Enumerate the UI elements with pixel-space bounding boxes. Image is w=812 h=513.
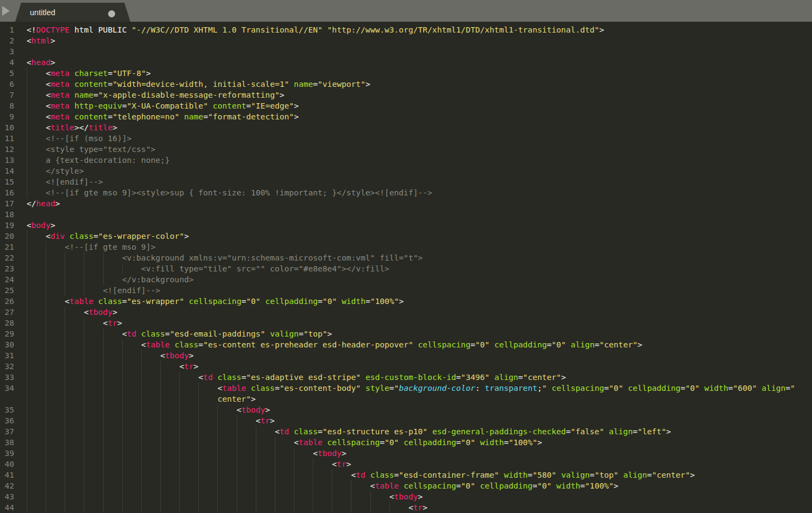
- code-line[interactable]: 2<html>: [0, 35, 812, 46]
- code-token-t: DOCTYPE: [36, 25, 70, 34]
- code-token-w: =: [93, 90, 98, 99]
- code-line[interactable]: 13a {text-decoration: none;}: [0, 155, 812, 166]
- code-line[interactable]: 12<style type="text/css">: [0, 144, 812, 155]
- code-token-w: [489, 372, 494, 382]
- code-token-t: table: [222, 383, 246, 392]
- code-line[interactable]: 1<!DOCTYPE html PUBLIC "-//W3C//DTD XHTM…: [0, 24, 812, 35]
- code-token-a: content: [213, 101, 247, 110]
- code-line[interactable]: 11<!--[if (mso 16)]>: [0, 133, 812, 144]
- code-line[interactable]: 34<table class="es-content-body" style="…: [0, 383, 812, 394]
- code-token-s: "X-UA-Compatible": [127, 101, 208, 110]
- code-line[interactable]: 28<tr>: [0, 318, 812, 328]
- code-editor-area[interactable]: 1<!DOCTYPE html PUBLIC "-//W3C//DTD XHTM…: [0, 22, 812, 513]
- code-line[interactable]: 17</head>: [0, 198, 812, 209]
- code-token-w: [361, 372, 366, 382]
- code-token-s: "width=device-width, initial-scale=1": [112, 79, 289, 88]
- code-line[interactable]: 4<head>: [0, 57, 812, 68]
- code-line[interactable]: 22<v:background xmlns:v="urn:schemas-mic…: [0, 252, 812, 263]
- code-line[interactable]: 39<tbody>: [0, 448, 812, 459]
- code-line[interactable]: 27<tbody>: [0, 307, 812, 318]
- code-line[interactable]: 44<tr>: [0, 502, 812, 513]
- code-token-p: >: [537, 438, 542, 447]
- code-token-s: "es-content-body": [280, 383, 361, 392]
- code-text: <html>: [27, 35, 55, 46]
- line-number: 13: [0, 155, 14, 166]
- code-token-a: cellpadding: [480, 481, 533, 490]
- code-line[interactable]: 16<!--[if gte mso 9]><style>sup { font-s…: [0, 187, 812, 198]
- code-line[interactable]: 41<td class="esd-container-frame" width=…: [0, 470, 812, 480]
- code-token-c: <!--[if gte mso 9]><style>sup { font-siz…: [46, 188, 432, 197]
- line-number: 43: [0, 491, 14, 502]
- code-token-w: =: [389, 383, 394, 392]
- code-token-w: [556, 470, 561, 479]
- code-line[interactable]: 5<meta charset="UTF-8">: [0, 68, 812, 79]
- code-token-a: width: [556, 481, 580, 490]
- code-token-w: =: [275, 383, 280, 392]
- code-line[interactable]: 38<table cellspacing="0" cellpadding="0"…: [0, 437, 812, 448]
- indent-guides: [27, 187, 46, 198]
- code-line[interactable]: 10<title></title>: [0, 122, 812, 133]
- code-token-a: style: [366, 383, 389, 392]
- code-text: <tbody>: [389, 491, 423, 502]
- code-line[interactable]: 26<table class="es-wrapper" cellspacing=…: [0, 296, 812, 307]
- code-line-wrapped-continuation[interactable]: center">: [0, 394, 812, 404]
- code-line[interactable]: 30<table class="es-content es-preheader …: [0, 339, 812, 350]
- code-line[interactable]: 9<meta content="telephone=no" name="form…: [0, 111, 812, 122]
- code-text: <table class="es-content-body" style="ba…: [217, 383, 795, 394]
- code-token-w: =: [313, 79, 318, 88]
- code-token-a: cellpadding: [265, 296, 318, 306]
- code-line[interactable]: 35<tbody>: [0, 404, 812, 415]
- code-line[interactable]: 19<body>: [0, 220, 812, 231]
- code-text: <meta name="x-apple-disable-message-refo…: [46, 90, 284, 100]
- code-line[interactable]: 24</v:background>: [0, 274, 812, 285]
- code-line[interactable]: 42<table cellspacing="0" cellpadding="0"…: [0, 480, 812, 491]
- code-line[interactable]: 18: [0, 209, 812, 220]
- code-line[interactable]: 21<!--[if gte mso 9]>: [0, 242, 812, 252]
- code-line[interactable]: 14</style>: [0, 166, 812, 176]
- code-token-p: >: [146, 68, 151, 78]
- code-token-p: <: [46, 79, 51, 88]
- indent-guides: [27, 383, 217, 394]
- code-line[interactable]: 8<meta http-equiv="X-UA-Compatible" cont…: [0, 100, 812, 111]
- code-line[interactable]: 3: [0, 46, 812, 57]
- code-text: <meta http-equiv="X-UA-Compatible" conte…: [46, 100, 299, 111]
- code-token-s: "IE=edge": [251, 101, 294, 110]
- code-line[interactable]: 31<tbody>: [0, 350, 812, 361]
- code-token-t: body: [32, 220, 51, 230]
- code-token-t: meta: [51, 79, 70, 88]
- code-line[interactable]: 43<tbody>: [0, 491, 812, 502]
- code-line[interactable]: 37<td class="esd-structure es-p10" esd-g…: [0, 426, 812, 437]
- code-token-w: [361, 383, 366, 392]
- code-line[interactable]: 32<tr>: [0, 361, 812, 372]
- code-token-t: meta: [51, 101, 70, 110]
- code-token-w: [70, 68, 74, 78]
- code-token-p: <: [46, 101, 51, 110]
- code-line[interactable]: 29<td class="esd-email-paddings" valign=…: [0, 328, 812, 339]
- indent-guides: [27, 111, 46, 122]
- tab-modified-dot-icon[interactable]: [108, 10, 115, 17]
- line-number: 23: [0, 263, 14, 274]
- tab-bar: untitled: [0, 0, 812, 22]
- code-line[interactable]: 33<td class="es-adaptive esd-stripe" esd…: [0, 372, 812, 383]
- code-line[interactable]: 6<meta content="width=device-width, init…: [0, 79, 812, 90]
- code-line[interactable]: 7<meta name="x-apple-disable-message-ref…: [0, 90, 812, 100]
- code-line[interactable]: 15<![endif]-->: [0, 176, 812, 187]
- code-line[interactable]: 20<div class="es-wrapper-color">: [0, 231, 812, 242]
- code-token-s: "left": [638, 427, 666, 436]
- code-token-w: =: [456, 438, 461, 447]
- code-line[interactable]: 40<tr>: [0, 459, 812, 470]
- line-number: 39: [0, 448, 14, 459]
- code-token-w: =: [504, 438, 509, 447]
- code-token-a: valign: [270, 329, 299, 338]
- code-text: <style type="text/css">: [46, 144, 155, 155]
- code-token-w: [323, 438, 328, 447]
- line-number: 36: [0, 415, 14, 426]
- code-line[interactable]: 25<![endif]-->: [0, 285, 812, 296]
- code-token-s: "0": [461, 438, 475, 447]
- code-line[interactable]: 36<tr>: [0, 415, 812, 426]
- code-token-w: =: [366, 296, 370, 306]
- editor-tab-untitled[interactable]: untitled: [15, 3, 130, 22]
- sidebar-toggle-arrow-icon[interactable]: [2, 6, 10, 16]
- code-line[interactable]: 23<v:fill type="tile" src="" color="#e8e…: [0, 263, 812, 274]
- code-token-p: >: [265, 405, 270, 414]
